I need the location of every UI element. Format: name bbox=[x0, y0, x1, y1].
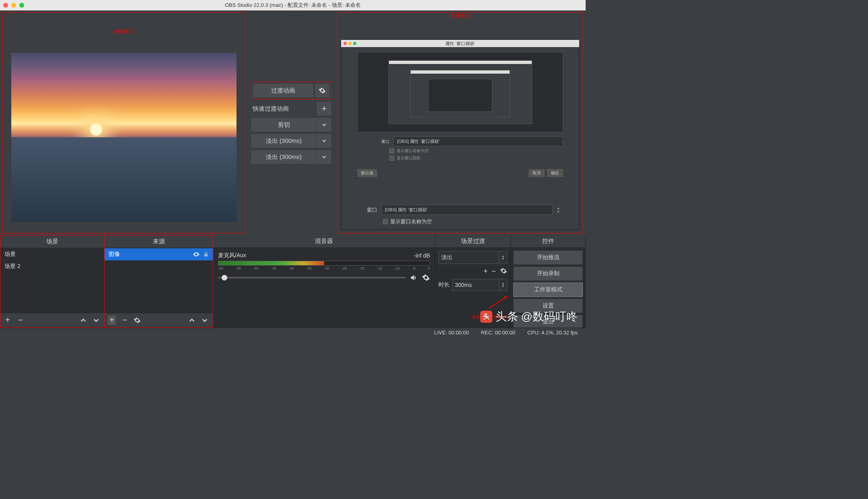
quick-transition-row: 快速过渡动画 + bbox=[251, 102, 331, 115]
transition-option-1[interactable]: 剪切 bbox=[251, 118, 331, 132]
mixer-header: 混音器 bbox=[213, 235, 435, 248]
add-icon[interactable]: + bbox=[108, 315, 116, 325]
transition-column: 过渡动画 快速过渡动画 + 剪切 淡出 (300ms) 淡出 (300ms) bbox=[248, 12, 335, 233]
properties-titlebar: 属性 '窗口捕获' bbox=[341, 40, 579, 47]
scenes-toolbar: + − bbox=[0, 313, 104, 327]
speaker-icon[interactable] bbox=[410, 274, 418, 282]
zoom-icon[interactable] bbox=[19, 3, 24, 8]
arrow-annotation bbox=[487, 294, 510, 310]
volume-slider[interactable] bbox=[218, 277, 406, 278]
transition-option-label[interactable]: 剪切 bbox=[251, 118, 317, 132]
properties-preview bbox=[357, 52, 563, 132]
properties-body: 窗口[OBS] 属性 '窗口捕获' 显示窗口名称为空 显示窗口阴影 默认值 取消… bbox=[341, 47, 579, 201]
program-canvas: 属性 '窗口捕获' bbox=[337, 27, 583, 233]
scenes-header: 场景 bbox=[0, 235, 104, 248]
start-streaming-button[interactable]: 开始推流 bbox=[513, 250, 583, 265]
scene-item[interactable]: 场景 bbox=[0, 248, 104, 260]
audio-meter bbox=[218, 261, 430, 266]
add-quick-transition-button[interactable]: + bbox=[317, 102, 331, 115]
status-rec: REC: 00:00:00 bbox=[481, 330, 515, 336]
properties-window: 属性 '窗口捕获' bbox=[341, 39, 580, 230]
checkbox[interactable] bbox=[389, 148, 394, 153]
preview-right-panel: 直播窗口 属性 '窗口捕获' bbox=[337, 12, 583, 233]
ok-button[interactable]: 确定 bbox=[547, 169, 563, 177]
transition-box: 过渡动画 bbox=[251, 82, 331, 99]
watermark: 头 头条 @数码叮咚 bbox=[480, 309, 578, 324]
scene-item[interactable]: 场景 2 bbox=[0, 260, 104, 272]
properties-form: 窗口 [OBS] 属性 '窗口捕获' ▲▼ 显示窗口名称为空 bbox=[341, 201, 579, 229]
status-live: LIVE: 00:00:00 bbox=[434, 330, 469, 336]
move-down-icon[interactable] bbox=[93, 317, 101, 324]
window-title: OBS Studio 22.0.3 (mac) - 配置文件: 未命名 - 场景… bbox=[0, 2, 586, 9]
transition-option-3[interactable]: 淡出 (300ms) bbox=[251, 150, 331, 164]
remove-icon[interactable]: − bbox=[121, 315, 129, 325]
gear-icon bbox=[319, 87, 326, 94]
meter-ticks: -60-55-50-45-40-35-30-25-20-15-10-50 bbox=[218, 266, 430, 270]
add-icon[interactable]: + bbox=[4, 315, 12, 325]
status-cpu: CPU: 4.1%, 20.32 fps bbox=[527, 330, 578, 336]
mixer-panel: 混音器 麦克风/Aux -inf dB -60-55-50-45-40-35-3… bbox=[213, 235, 435, 328]
mixer-channel-name: 麦克风/Aux bbox=[218, 252, 246, 259]
preview-left-label: 编辑窗口 bbox=[114, 24, 134, 37]
checkbox[interactable] bbox=[389, 156, 394, 161]
eye-icon[interactable] bbox=[193, 251, 200, 258]
transition-select[interactable]: 淡出 ▲▼ bbox=[438, 251, 507, 264]
show-empty-checkbox[interactable] bbox=[383, 219, 388, 224]
sources-panel: 来源 图像 + − bbox=[105, 235, 213, 328]
transition-settings-button[interactable] bbox=[315, 84, 329, 97]
duration-label: 时长 bbox=[438, 281, 450, 289]
move-down-icon[interactable] bbox=[202, 317, 210, 324]
sources-header: 来源 bbox=[105, 235, 213, 248]
traffic-lights bbox=[3, 3, 24, 8]
cancel-button[interactable]: 取消 bbox=[529, 169, 545, 177]
window-field-value[interactable]: [OBS] 属性 '窗口捕获' bbox=[381, 205, 553, 215]
quick-transition-label: 快速过渡动画 bbox=[251, 105, 315, 113]
transition-option-2[interactable]: 淡出 (300ms) bbox=[251, 134, 331, 148]
window-titlebar: OBS Studio 22.0.3 (mac) - 配置文件: 未命名 - 场景… bbox=[0, 0, 586, 10]
preview-right-label: 直播窗口 bbox=[337, 12, 583, 19]
properties-title: 属性 '窗口捕获' bbox=[341, 41, 579, 47]
chevron-down-icon[interactable] bbox=[317, 134, 331, 148]
source-item[interactable]: 图像 bbox=[105, 248, 213, 260]
controls-header: 控件 bbox=[511, 235, 585, 248]
watermark-text: 头条 @数码叮咚 bbox=[496, 309, 578, 324]
defaults-button[interactable]: 默认值 bbox=[357, 169, 377, 177]
status-bar: LIVE: 00:00:00 REC: 00:00:00 CPU: 4.1%, … bbox=[0, 328, 586, 336]
lock-icon[interactable] bbox=[203, 252, 209, 257]
chevron-down-icon[interactable] bbox=[317, 150, 331, 164]
studio-mode-button[interactable]: 工作室模式 bbox=[513, 282, 583, 297]
gear-icon[interactable] bbox=[134, 317, 142, 324]
close-icon[interactable] bbox=[3, 3, 8, 8]
source-name: 图像 bbox=[109, 251, 120, 258]
transition-button[interactable]: 过渡动画 bbox=[253, 84, 313, 97]
preview-row: 编辑窗口 过渡动画 快速过渡动画 + 剪切 淡出 (300ms) 淡出 (300… bbox=[0, 10, 586, 235]
chevron-down-icon[interactable] bbox=[317, 118, 331, 132]
show-empty-label: 显示窗口名称为空 bbox=[390, 218, 432, 225]
add-icon[interactable]: + bbox=[483, 267, 488, 276]
gear-icon[interactable] bbox=[422, 274, 430, 282]
scenes-list: 场景 场景 2 bbox=[0, 248, 104, 313]
transition-option-label[interactable]: 淡出 (300ms) bbox=[251, 150, 317, 164]
move-up-icon[interactable] bbox=[189, 317, 197, 324]
svg-line-0 bbox=[489, 296, 507, 308]
scenes-panel: 场景 场景 场景 2 + − bbox=[0, 235, 105, 328]
gear-icon[interactable] bbox=[500, 267, 507, 276]
preview-left-panel: 编辑窗口 bbox=[2, 12, 245, 233]
remove-icon[interactable]: − bbox=[16, 315, 25, 325]
start-recording-button[interactable]: 开始录制 bbox=[513, 266, 583, 281]
remove-icon[interactable]: − bbox=[492, 267, 496, 276]
move-up-icon[interactable] bbox=[80, 317, 88, 324]
mixer-body: 麦克风/Aux -inf dB -60-55-50-45-40-35-30-25… bbox=[213, 248, 435, 328]
window-field-label: 窗口 bbox=[357, 206, 377, 214]
sources-toolbar: + − bbox=[105, 313, 213, 327]
transitions-header: 场景过渡 bbox=[435, 235, 510, 248]
duration-input[interactable]: 300ms ▲▼ bbox=[452, 279, 507, 291]
sources-list: 图像 bbox=[105, 248, 213, 313]
watermark-icon: 头 bbox=[480, 311, 492, 323]
preview-canvas[interactable] bbox=[11, 53, 237, 222]
minimize-icon[interactable] bbox=[11, 3, 16, 8]
mixer-channel-level: -inf dB bbox=[414, 252, 430, 259]
transition-option-label[interactable]: 淡出 (300ms) bbox=[251, 134, 317, 148]
